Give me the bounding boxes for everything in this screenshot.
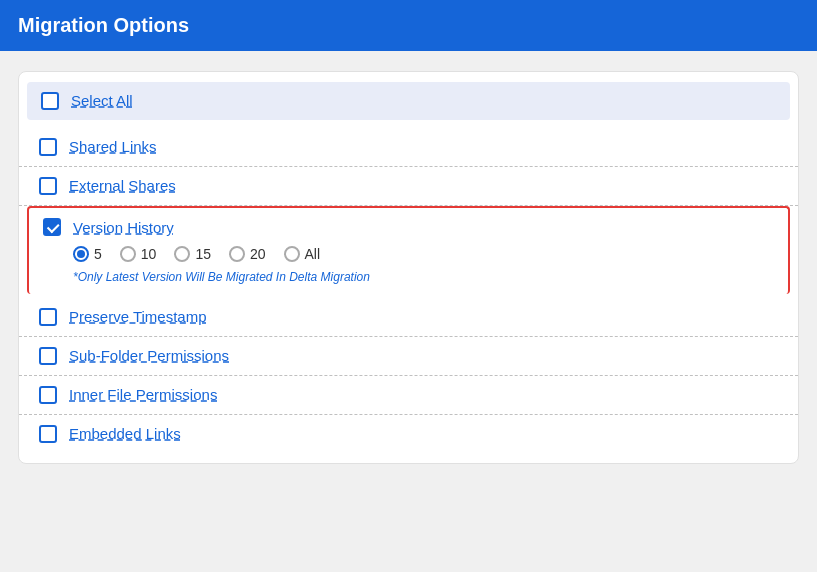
radio-option-10[interactable]: 10	[120, 246, 157, 262]
sub-folder-permissions-row: Sub-Folder Permissions	[19, 337, 798, 376]
select-all-label[interactable]: Select All	[71, 92, 133, 109]
content-area: Select All Shared Links External Shares …	[0, 51, 817, 484]
preserve-timestamp-checkbox[interactable]	[39, 308, 57, 326]
sub-folder-permissions-checkbox[interactable]	[39, 347, 57, 365]
embedded-links-checkbox[interactable]	[39, 425, 57, 443]
radio-label-10: 10	[141, 246, 157, 262]
shared-links-checkbox[interactable]	[39, 138, 57, 156]
external-shares-row: External Shares	[19, 167, 798, 206]
embedded-links-row: Embedded Links	[19, 415, 798, 453]
radio-circle-15[interactable]	[174, 246, 190, 262]
radio-label-5: 5	[94, 246, 102, 262]
radio-circle-20[interactable]	[229, 246, 245, 262]
select-all-row[interactable]: Select All	[27, 82, 790, 120]
preserve-timestamp-label[interactable]: Preserve Timestamp	[69, 308, 207, 325]
select-all-checkbox[interactable]	[41, 92, 59, 110]
inner-file-permissions-label[interactable]: Inner File Permissions	[69, 386, 217, 403]
radio-circle-10[interactable]	[120, 246, 136, 262]
inner-file-permissions-checkbox[interactable]	[39, 386, 57, 404]
radio-option-20[interactable]: 20	[229, 246, 266, 262]
radio-option-all[interactable]: All	[284, 246, 321, 262]
shared-links-label[interactable]: Shared Links	[69, 138, 157, 155]
embedded-links-label[interactable]: Embedded Links	[69, 425, 181, 442]
delta-migration-note: *Only Latest Version Will Be Migrated In…	[73, 270, 370, 284]
radio-circle-5[interactable]	[73, 246, 89, 262]
external-shares-checkbox[interactable]	[39, 177, 57, 195]
options-card: Select All Shared Links External Shares …	[18, 71, 799, 464]
radio-label-all: All	[305, 246, 321, 262]
preserve-timestamp-row: Preserve Timestamp	[19, 298, 798, 337]
version-history-row: Version History 5 10 15	[27, 206, 790, 294]
shared-links-row: Shared Links	[19, 128, 798, 167]
version-count-options: 5 10 15 20 A	[73, 246, 320, 262]
radio-label-15: 15	[195, 246, 211, 262]
radio-label-20: 20	[250, 246, 266, 262]
page-wrapper: Migration Options Select All Shared Link…	[0, 0, 817, 572]
version-history-checkbox[interactable]	[43, 218, 61, 236]
radio-circle-all[interactable]	[284, 246, 300, 262]
version-history-top: Version History	[43, 218, 174, 236]
page-title: Migration Options	[18, 14, 189, 36]
page-header: Migration Options	[0, 0, 817, 51]
version-history-label[interactable]: Version History	[73, 219, 174, 236]
inner-file-permissions-row: Inner File Permissions	[19, 376, 798, 415]
external-shares-label[interactable]: External Shares	[69, 177, 176, 194]
sub-folder-permissions-label[interactable]: Sub-Folder Permissions	[69, 347, 229, 364]
radio-option-5[interactable]: 5	[73, 246, 102, 262]
radio-option-15[interactable]: 15	[174, 246, 211, 262]
